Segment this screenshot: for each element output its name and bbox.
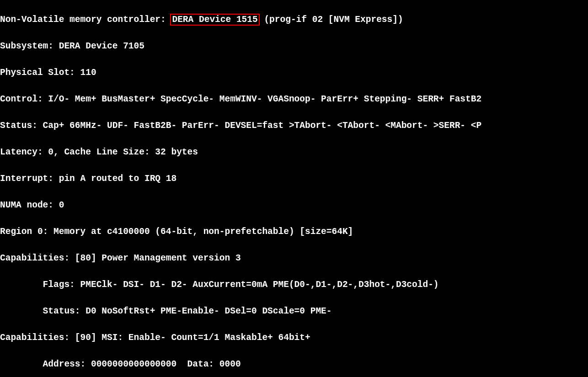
- line-control: Control: I/O- Mem+ BusMaster+ SpecCycle-…: [0, 93, 588, 106]
- line-cap-msi: Capabilities: [90] MSI: Enable- Count=1/…: [0, 331, 588, 345]
- highlight-device: DERA Device 1515: [170, 14, 259, 26]
- line-pm-status: Status: D0 NoSoftRst+ PME-Enable- DSel=0…: [0, 305, 588, 318]
- line-cap-pm: Capabilities: [80] Power Management vers…: [0, 252, 588, 265]
- line-status: Status: Cap+ 66MHz- UDF- FastB2B- ParErr…: [0, 119, 588, 133]
- text: Non-Volatile memory controller:: [0, 15, 171, 25]
- line-numa: NUMA node: 0: [0, 199, 588, 212]
- line-latency: Latency: 0, Cache Line Size: 32 bytes: [0, 146, 588, 159]
- line-msi-addr: Address: 0000000000000000 Data: 0000: [0, 358, 588, 371]
- terminal-output: Non-Volatile memory controller: DERA Dev…: [0, 0, 588, 377]
- line-subsystem: Subsystem: DERA Device 7105: [0, 40, 588, 53]
- line-interrupt: Interrupt: pin A routed to IRQ 18: [0, 172, 588, 186]
- text: (prog-if 02 [NVM Express]): [259, 15, 403, 25]
- line-controller: Non-Volatile memory controller: DERA Dev…: [0, 13, 588, 27]
- line-region0: Region 0: Memory at c4100000 (64-bit, no…: [0, 225, 588, 239]
- line-slot: Physical Slot: 110: [0, 66, 588, 80]
- line-pm-flags: Flags: PMEClk- DSI- D1- D2- AuxCurrent=0…: [0, 278, 588, 292]
